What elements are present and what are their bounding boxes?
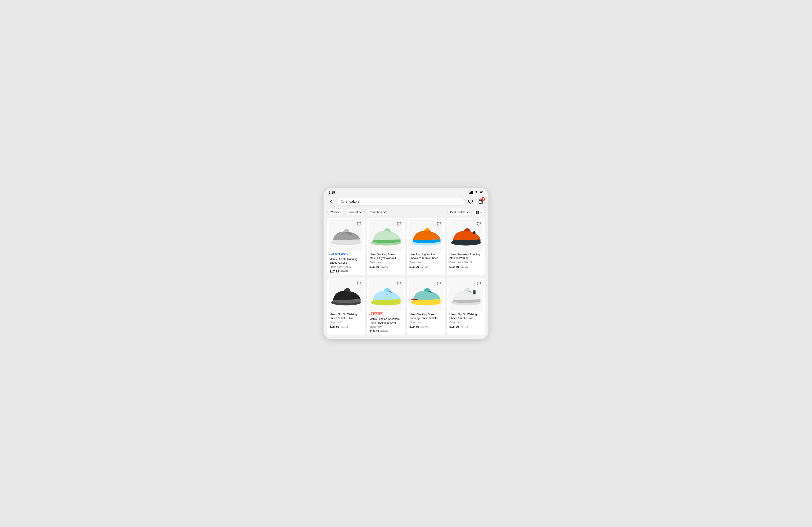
product-prices: $16.89 $21.11 <box>330 325 363 328</box>
wifi-icon <box>475 191 478 194</box>
wishlist-btn[interactable] <box>476 221 482 227</box>
svg-rect-0 <box>469 193 470 194</box>
product-card[interactable]: Men's Slip On Walking Shoes Athletic Gym… <box>447 278 485 335</box>
wishlist-btn[interactable] <box>356 281 362 287</box>
product-info: GREAT PRICE Men's Slip On Running Shoes … <box>327 251 365 275</box>
back-button[interactable] <box>327 198 335 205</box>
price-original: $26.52 <box>380 330 388 333</box>
price-current: $19.89 <box>369 329 379 333</box>
product-prices: $19.79 $23.28 <box>449 265 482 269</box>
filter-button[interactable]: Filter <box>327 209 344 215</box>
battery-icon <box>480 191 483 194</box>
product-image <box>368 219 404 251</box>
condition-chevron-icon <box>383 211 386 214</box>
product-title: Men's Sneakers Running Athletic Workout <box>449 253 482 260</box>
product-title: Men's Fashion Sneakers Running Athletic … <box>369 317 403 325</box>
product-condition: Brand new <box>449 321 482 324</box>
product-prices: $16.99 $24.27 <box>409 265 443 269</box>
product-image <box>449 279 483 311</box>
product-image <box>368 279 404 311</box>
wishlist-btn[interactable] <box>396 221 402 227</box>
filter-icon <box>330 211 333 214</box>
product-card[interactable]: LAST ONE Men's Fashion Sneakers Running … <box>367 278 405 335</box>
price-original: $24.27 <box>420 265 428 268</box>
product-card[interactable]: Men's Walking Shoes Athletic Gym Workout… <box>367 218 405 275</box>
search-bar-row: 9 <box>323 196 489 208</box>
product-condition: Brand new · Size 11 <box>449 261 482 264</box>
format-dropdown[interactable]: Format <box>346 209 365 215</box>
product-title: Men's Slip On Walking Shoes Athletic Gym <box>330 312 363 320</box>
wishlist-btn[interactable] <box>396 281 402 287</box>
product-info: Men's Walking Shoes Athletic Gym Workout… <box>367 251 405 275</box>
product-condition: Brand new <box>369 325 403 328</box>
wishlist-btn[interactable] <box>356 221 362 227</box>
price-original: $21.11 <box>340 325 348 328</box>
price-current: $16.99 <box>409 265 419 269</box>
product-badge: LAST ONE <box>369 312 384 316</box>
svg-rect-12 <box>476 211 477 212</box>
condition-dropdown[interactable]: Condition <box>366 209 389 215</box>
format-chevron-icon <box>359 211 362 214</box>
wishlist-button[interactable] <box>466 198 475 205</box>
filter-row: Filter Format Condition Best match <box>323 208 489 218</box>
product-title: Men's Walking Shoes Athletic Gym Workout <box>369 253 403 260</box>
header-actions: 9 <box>466 198 485 205</box>
sort-chevron-icon <box>466 211 468 213</box>
price-current: $17.79 <box>330 270 339 273</box>
grid-chevron-icon <box>480 211 482 213</box>
price-current: $16.89 <box>330 325 339 328</box>
product-condition: Brand new · Size 6 <box>330 266 363 269</box>
products-grid: GREAT PRICE Men's Slip On Running Shoes … <box>323 218 489 339</box>
product-image <box>329 279 363 311</box>
grid-view-toggle[interactable] <box>473 209 485 215</box>
product-badge: GREAT PRICE <box>330 253 348 256</box>
svg-rect-25 <box>473 290 476 294</box>
status-bar: 9:15 <box>323 188 489 196</box>
cart-button[interactable]: 9 <box>477 198 485 205</box>
search-input-wrap <box>337 198 464 205</box>
product-title: Men's Walking Shoes Running Tennis Athle… <box>409 312 443 320</box>
product-condition: Brand new <box>409 261 443 264</box>
price-current: $16.89 <box>369 265 379 269</box>
product-card[interactable]: Men's Walking Shoes Running Tennis Athle… <box>407 278 445 335</box>
product-condition: Brand new <box>369 261 403 264</box>
product-prices: $16.89 $22.52 <box>369 265 403 269</box>
product-title: Men Running Walking Sneakers Tennis Shoe… <box>409 253 443 260</box>
product-info: Men's Walking Shoes Running Tennis Athle… <box>407 311 445 335</box>
price-original: $22.52 <box>380 265 388 268</box>
price-current: $19.79 <box>449 265 459 269</box>
svg-rect-6 <box>480 192 482 193</box>
device-frame: 9:15 <box>323 188 489 339</box>
product-info: Men's Sneakers Running Athletic Workout … <box>447 251 485 275</box>
svg-rect-14 <box>476 212 477 214</box>
product-card[interactable]: Men Running Walking Sneakers Tennis Shoe… <box>407 218 445 275</box>
product-info: Men's Slip On Walking Shoes Athletic Gym… <box>327 311 365 335</box>
svg-point-20 <box>473 231 476 234</box>
wishlist-btn[interactable] <box>436 281 442 287</box>
wishlist-btn[interactable] <box>436 221 442 227</box>
product-title: Men's Slip On Walking Shoes Athletic Gym <box>449 312 482 320</box>
sort-label: Best match <box>450 211 465 214</box>
product-prices: $19.89 $26.52 <box>369 329 403 333</box>
svg-rect-1 <box>470 192 471 194</box>
wishlist-btn[interactable] <box>476 281 482 287</box>
product-image <box>329 219 363 251</box>
status-time: 9:15 <box>329 190 335 194</box>
signal-icon <box>469 191 473 194</box>
product-card[interactable]: Men's Slip On Walking Shoes Athletic Gym… <box>327 278 365 335</box>
product-image <box>408 219 444 251</box>
product-card[interactable]: Men's Sneakers Running Athletic Workout … <box>447 218 485 275</box>
product-prices: $18.99 $27.13 <box>449 325 482 328</box>
price-original: $27.13 <box>460 325 468 328</box>
price-current: $18.99 <box>449 325 459 328</box>
svg-rect-15 <box>477 212 479 214</box>
svg-rect-2 <box>471 191 472 194</box>
search-input[interactable] <box>346 200 461 203</box>
svg-rect-13 <box>477 211 479 212</box>
svg-rect-5 <box>483 192 483 193</box>
status-icons <box>469 191 483 194</box>
product-title: Men's Slip On Running Shoes Athletic <box>330 257 363 265</box>
cart-badge: 9 <box>481 197 485 201</box>
product-card[interactable]: GREAT PRICE Men's Slip On Running Shoes … <box>327 218 365 275</box>
sort-dropdown[interactable]: Best match <box>447 209 472 215</box>
